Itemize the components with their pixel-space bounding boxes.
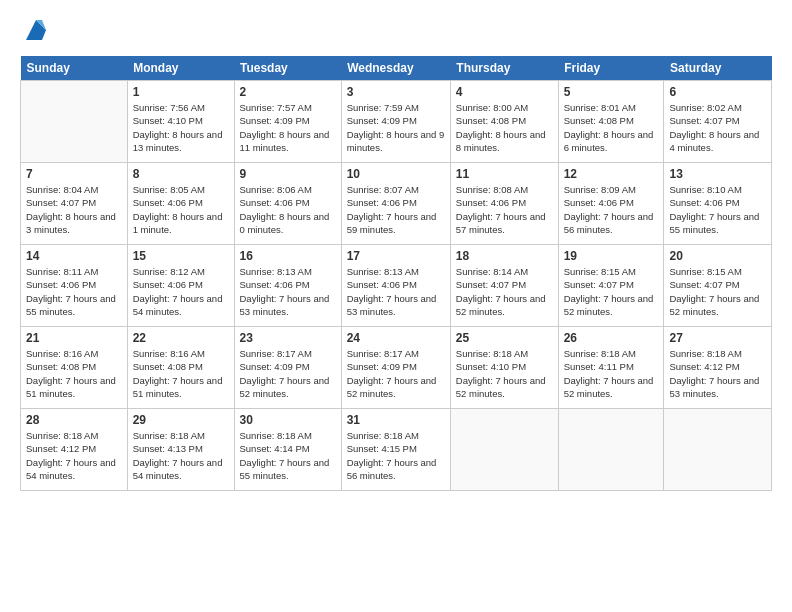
daylight: Daylight: 7 hours and 57 minutes. [456,211,546,235]
daylight: Daylight: 7 hours and 52 minutes. [669,293,759,317]
sunset: Sunset: 4:09 PM [240,115,310,126]
sunrise: Sunrise: 8:00 AM [456,102,528,113]
sunrise: Sunrise: 8:04 AM [26,184,98,195]
logo-icon [22,16,50,44]
sunset: Sunset: 4:08 PM [133,361,203,372]
calendar-day-cell: 8Sunrise: 8:05 AMSunset: 4:06 PMDaylight… [127,163,234,245]
daylight: Daylight: 7 hours and 52 minutes. [564,375,654,399]
day-number: 17 [347,249,445,263]
calendar-day-cell: 11Sunrise: 8:08 AMSunset: 4:06 PMDayligh… [450,163,558,245]
calendar-day-cell [558,409,664,491]
daylight: Daylight: 7 hours and 53 minutes. [669,375,759,399]
calendar-day-cell: 28Sunrise: 8:18 AMSunset: 4:12 PMDayligh… [21,409,128,491]
daylight: Daylight: 7 hours and 56 minutes. [347,457,437,481]
sunrise: Sunrise: 8:14 AM [456,266,528,277]
day-number: 4 [456,85,553,99]
sunrise: Sunrise: 8:02 AM [669,102,741,113]
day-info: Sunrise: 8:18 AMSunset: 4:12 PMDaylight:… [669,347,766,400]
day-info: Sunrise: 8:18 AMSunset: 4:10 PMDaylight:… [456,347,553,400]
calendar-day-cell: 27Sunrise: 8:18 AMSunset: 4:12 PMDayligh… [664,327,772,409]
calendar-day-cell: 18Sunrise: 8:14 AMSunset: 4:07 PMDayligh… [450,245,558,327]
day-info: Sunrise: 8:13 AMSunset: 4:06 PMDaylight:… [240,265,336,318]
daylight: Daylight: 7 hours and 52 minutes. [240,375,330,399]
calendar-day-cell: 29Sunrise: 8:18 AMSunset: 4:13 PMDayligh… [127,409,234,491]
sunrise: Sunrise: 8:15 AM [669,266,741,277]
sunrise: Sunrise: 8:16 AM [133,348,205,359]
sunrise: Sunrise: 8:13 AM [347,266,419,277]
calendar-day-cell: 3Sunrise: 7:59 AMSunset: 4:09 PMDaylight… [341,81,450,163]
sunrise: Sunrise: 8:18 AM [347,430,419,441]
calendar-day-cell: 9Sunrise: 8:06 AMSunset: 4:06 PMDaylight… [234,163,341,245]
sunrise: Sunrise: 8:01 AM [564,102,636,113]
page: SundayMondayTuesdayWednesdayThursdayFrid… [0,0,792,612]
sunset: Sunset: 4:07 PM [669,115,739,126]
day-number: 19 [564,249,659,263]
day-info: Sunrise: 8:07 AMSunset: 4:06 PMDaylight:… [347,183,445,236]
sunset: Sunset: 4:08 PM [456,115,526,126]
day-number: 13 [669,167,766,181]
day-info: Sunrise: 8:17 AMSunset: 4:09 PMDaylight:… [240,347,336,400]
sunset: Sunset: 4:06 PM [456,197,526,208]
sunset: Sunset: 4:07 PM [564,279,634,290]
calendar-week-row: 14Sunrise: 8:11 AMSunset: 4:06 PMDayligh… [21,245,772,327]
sunrise: Sunrise: 8:15 AM [564,266,636,277]
day-info: Sunrise: 8:01 AMSunset: 4:08 PMDaylight:… [564,101,659,154]
daylight: Daylight: 7 hours and 55 minutes. [26,293,116,317]
sunrise: Sunrise: 8:05 AM [133,184,205,195]
calendar-day-cell: 6Sunrise: 8:02 AMSunset: 4:07 PMDaylight… [664,81,772,163]
sunset: Sunset: 4:08 PM [564,115,634,126]
daylight: Daylight: 8 hours and 4 minutes. [669,129,759,153]
day-info: Sunrise: 8:14 AMSunset: 4:07 PMDaylight:… [456,265,553,318]
sunset: Sunset: 4:12 PM [26,443,96,454]
daylight: Daylight: 7 hours and 54 minutes. [133,457,223,481]
daylight: Daylight: 8 hours and 6 minutes. [564,129,654,153]
calendar-day-cell: 30Sunrise: 8:18 AMSunset: 4:14 PMDayligh… [234,409,341,491]
calendar-day-header: Saturday [664,56,772,81]
sunrise: Sunrise: 8:10 AM [669,184,741,195]
calendar-day-cell: 26Sunrise: 8:18 AMSunset: 4:11 PMDayligh… [558,327,664,409]
daylight: Daylight: 7 hours and 52 minutes. [564,293,654,317]
sunset: Sunset: 4:07 PM [456,279,526,290]
daylight: Daylight: 7 hours and 52 minutes. [456,375,546,399]
sunset: Sunset: 4:13 PM [133,443,203,454]
day-number: 31 [347,413,445,427]
daylight: Daylight: 8 hours and 9 minutes. [347,129,445,153]
day-info: Sunrise: 8:04 AMSunset: 4:07 PMDaylight:… [26,183,122,236]
calendar-day-cell: 25Sunrise: 8:18 AMSunset: 4:10 PMDayligh… [450,327,558,409]
calendar-day-cell: 1Sunrise: 7:56 AMSunset: 4:10 PMDaylight… [127,81,234,163]
day-number: 3 [347,85,445,99]
sunset: Sunset: 4:06 PM [564,197,634,208]
day-info: Sunrise: 8:16 AMSunset: 4:08 PMDaylight:… [133,347,229,400]
day-number: 20 [669,249,766,263]
day-number: 12 [564,167,659,181]
sunrise: Sunrise: 8:18 AM [26,430,98,441]
sunrise: Sunrise: 7:57 AM [240,102,312,113]
sunrise: Sunrise: 8:18 AM [564,348,636,359]
calendar-day-header: Tuesday [234,56,341,81]
daylight: Daylight: 7 hours and 52 minutes. [347,375,437,399]
day-info: Sunrise: 8:00 AMSunset: 4:08 PMDaylight:… [456,101,553,154]
sunset: Sunset: 4:06 PM [347,197,417,208]
day-number: 5 [564,85,659,99]
calendar-table: SundayMondayTuesdayWednesdayThursdayFrid… [20,56,772,491]
sunrise: Sunrise: 8:18 AM [669,348,741,359]
day-info: Sunrise: 8:10 AMSunset: 4:06 PMDaylight:… [669,183,766,236]
day-number: 8 [133,167,229,181]
logo [20,16,50,44]
daylight: Daylight: 7 hours and 51 minutes. [133,375,223,399]
sunset: Sunset: 4:06 PM [669,197,739,208]
sunrise: Sunrise: 8:08 AM [456,184,528,195]
sunset: Sunset: 4:15 PM [347,443,417,454]
sunrise: Sunrise: 8:06 AM [240,184,312,195]
sunrise: Sunrise: 7:59 AM [347,102,419,113]
sunset: Sunset: 4:10 PM [133,115,203,126]
sunset: Sunset: 4:10 PM [456,361,526,372]
sunset: Sunset: 4:09 PM [347,115,417,126]
calendar-day-cell: 24Sunrise: 8:17 AMSunset: 4:09 PMDayligh… [341,327,450,409]
daylight: Daylight: 7 hours and 53 minutes. [347,293,437,317]
calendar-day-cell: 13Sunrise: 8:10 AMSunset: 4:06 PMDayligh… [664,163,772,245]
calendar-day-header: Thursday [450,56,558,81]
day-number: 18 [456,249,553,263]
day-number: 16 [240,249,336,263]
calendar-day-cell: 7Sunrise: 8:04 AMSunset: 4:07 PMDaylight… [21,163,128,245]
